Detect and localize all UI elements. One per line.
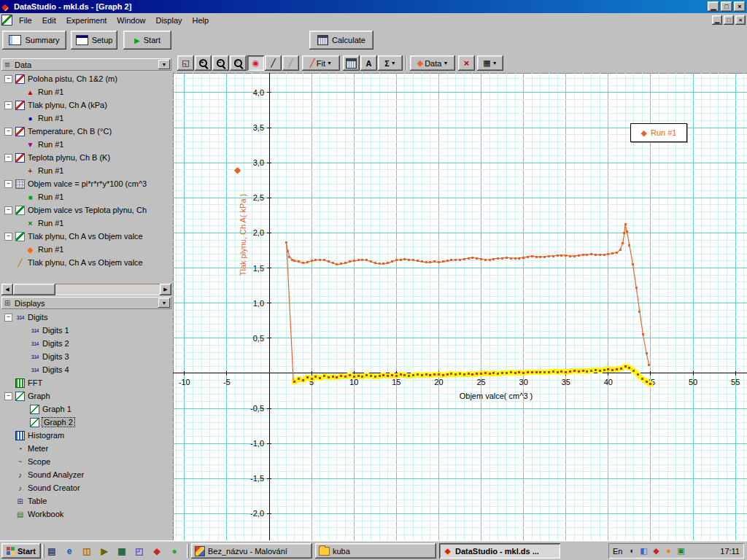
series-marker[interactable] (306, 376, 309, 378)
series-marker[interactable] (590, 370, 592, 372)
series-marker[interactable] (336, 376, 338, 378)
display-tree-item[interactable]: ♪Sound Analyzer (1, 468, 171, 481)
series-marker[interactable] (492, 372, 495, 374)
slope-tool-button[interactable]: ╱ (265, 55, 282, 71)
series-marker[interactable] (291, 259, 293, 261)
series-marker[interactable] (387, 375, 389, 377)
series-marker[interactable] (573, 255, 576, 257)
language-indicator[interactable]: En (613, 547, 622, 556)
series-marker[interactable] (298, 260, 300, 262)
series-marker[interactable] (539, 371, 541, 373)
series-marker[interactable] (531, 255, 533, 257)
series-marker[interactable] (293, 260, 295, 262)
series-marker[interactable] (527, 256, 529, 258)
series-marker[interactable] (450, 373, 452, 375)
series-marker[interactable] (527, 371, 529, 373)
series-marker[interactable] (476, 257, 478, 260)
series-marker[interactable] (476, 373, 478, 375)
series-marker[interactable] (646, 352, 648, 354)
run-item[interactable]: ×Run #1 (1, 217, 171, 230)
series-marker[interactable] (578, 370, 580, 373)
display-tree-subitem[interactable]: 3.14Digits 3 (1, 350, 171, 363)
series-marker[interactable] (514, 257, 516, 260)
graph-canvas[interactable]: -10-55101520253035404550554,03,53,02,52,… (173, 73, 747, 540)
series-marker[interactable] (459, 259, 461, 261)
series-marker[interactable] (379, 262, 381, 265)
series-marker[interactable] (616, 368, 618, 370)
series-marker[interactable] (582, 254, 584, 256)
series-marker[interactable] (622, 242, 624, 244)
series-marker[interactable] (336, 263, 338, 265)
series-marker[interactable] (565, 254, 567, 257)
series-marker[interactable] (328, 260, 330, 262)
series-marker[interactable] (560, 254, 562, 257)
task-button[interactable]: ◆DataStudio - mkl.ds ... (439, 543, 560, 559)
series-marker[interactable] (323, 259, 325, 261)
series-marker[interactable] (582, 370, 584, 372)
run-item[interactable]: ▲Run #1 (1, 85, 171, 98)
run-item[interactable]: +Run #1 (1, 164, 171, 177)
series-marker[interactable] (361, 376, 363, 378)
volume-icon[interactable]: ◖ (626, 546, 636, 556)
series-marker[interactable] (349, 260, 351, 262)
series-marker[interactable] (603, 369, 605, 371)
fit-menu-button[interactable]: ╱ Fit ▼ (302, 55, 340, 71)
series-marker[interactable] (442, 260, 444, 262)
series-marker[interactable] (514, 372, 516, 374)
series-marker[interactable] (353, 260, 355, 262)
maximize-button[interactable]: □ (721, 1, 732, 12)
series-marker[interactable] (543, 256, 546, 258)
series-marker[interactable] (628, 244, 630, 246)
series-marker[interactable] (484, 372, 487, 374)
series-marker[interactable] (522, 372, 525, 374)
series-marker[interactable] (565, 371, 567, 373)
child-close-button[interactable]: × (735, 15, 746, 25)
series-marker[interactable] (648, 364, 650, 366)
series-marker[interactable] (518, 371, 520, 373)
display-tree-item[interactable]: ⊞Table (1, 494, 171, 508)
start-button[interactable]: ▶ Start (123, 31, 171, 50)
series-marker[interactable] (442, 374, 444, 376)
series-marker[interactable] (403, 258, 406, 260)
close-button[interactable]: × (734, 1, 746, 12)
data-tree-item[interactable]: −Poloha pistu, Ch 1&2 (m) (1, 72, 171, 85)
series-marker[interactable] (599, 254, 601, 256)
notes-icon[interactable]: ▦ (115, 546, 128, 556)
media-player-icon[interactable]: ▶ (98, 546, 111, 556)
smart-tool-button[interactable]: ◉ (247, 55, 264, 71)
series-marker[interactable] (535, 256, 538, 258)
series-marker[interactable] (344, 262, 347, 264)
series-marker[interactable] (557, 371, 559, 373)
series-marker[interactable] (522, 257, 525, 259)
series-marker[interactable] (489, 259, 491, 261)
series-marker[interactable] (595, 254, 597, 256)
display-tree-item[interactable]: ▤Workbook (1, 508, 171, 521)
series-marker[interactable] (642, 333, 644, 335)
series-marker[interactable] (446, 373, 449, 376)
display-icon[interactable]: ◧ (638, 546, 649, 556)
series-marker[interactable] (506, 257, 508, 259)
series-marker[interactable] (340, 375, 342, 377)
series-marker[interactable] (626, 230, 628, 233)
data-tree-item[interactable]: ╱Tlak plynu, Ch A vs Objem valce (1, 256, 171, 269)
data-tree-item[interactable]: −Teplota plynu, Ch B (K) (1, 151, 171, 164)
series-marker[interactable] (446, 260, 449, 262)
series-marker[interactable] (463, 373, 465, 376)
series-marker[interactable] (417, 260, 419, 262)
series-marker[interactable] (607, 368, 609, 370)
series-marker[interactable] (463, 258, 465, 260)
show-desktop-icon[interactable]: ▤ (45, 546, 58, 556)
series-marker[interactable] (395, 259, 398, 261)
series-marker[interactable] (328, 376, 330, 378)
statistics-button[interactable]: Σ ▼ (378, 55, 403, 71)
series-marker[interactable] (548, 255, 550, 257)
series-marker[interactable] (302, 262, 304, 264)
data-tree-item[interactable]: −Tlak plynu, Ch A vs Objem valce (1, 230, 171, 243)
note-tool-button[interactable]: ╱ (282, 55, 299, 71)
series-marker[interactable] (471, 373, 473, 376)
series-marker[interactable] (518, 257, 520, 260)
start-menu-button[interactable]: Start (1, 543, 41, 559)
messenger-icon[interactable]: ● (168, 546, 181, 556)
series-marker[interactable] (590, 253, 592, 255)
series-marker[interactable] (353, 376, 355, 378)
